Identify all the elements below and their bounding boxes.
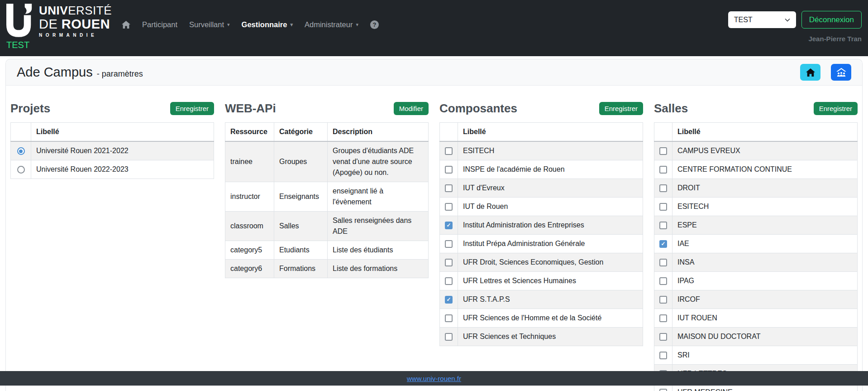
salle-checkbox[interactable] xyxy=(659,259,667,266)
salle-checkbox[interactable] xyxy=(659,147,667,155)
university-website-link[interactable]: www.univ-rouen.fr xyxy=(407,375,461,382)
salle-checkbox[interactable] xyxy=(659,222,667,229)
navbar: UNIVERSITÉ DE ROUEN NORMANDIE TEST Parti… xyxy=(0,0,868,56)
composante-label: IUT d'Evreux xyxy=(458,179,643,198)
composante-label: UFR Droit, Sciences Economiques, Gestion xyxy=(458,253,643,272)
salle-checkbox[interactable] xyxy=(659,184,667,192)
table-row: INSA xyxy=(654,253,858,272)
logout-button[interactable]: Déconnexion xyxy=(801,11,862,29)
salle-checkbox[interactable] xyxy=(659,166,667,174)
composante-checkbox[interactable] xyxy=(445,166,453,174)
composante-checkbox[interactable] xyxy=(445,203,453,211)
salle-label: ESITECH xyxy=(672,198,858,216)
chevron-down-icon xyxy=(785,18,790,22)
select-cell xyxy=(654,216,672,235)
select-cell xyxy=(440,328,458,346)
environment-select[interactable]: TEST xyxy=(728,11,796,28)
user-name: Jean-Pierre Tran xyxy=(808,35,862,43)
nav-links: ParticipantSurveillant▾Gestionnaire▾Admi… xyxy=(122,4,379,45)
save-projets-button[interactable]: Enregistrer xyxy=(170,102,214,115)
save-composantes-button[interactable]: Enregistrer xyxy=(599,102,643,115)
caret-down-icon: ▾ xyxy=(227,22,230,28)
campus-icon xyxy=(836,68,847,77)
select-column-header xyxy=(654,123,672,142)
composante-label: Institut Prépa Administration Générale xyxy=(458,235,643,253)
environment-select-value: TEST xyxy=(734,16,753,24)
select-cell xyxy=(654,198,672,216)
nav-item-participant[interactable]: Participant xyxy=(142,20,177,29)
composante-checkbox[interactable] xyxy=(445,240,453,248)
composante-checkbox[interactable] xyxy=(445,184,453,192)
salle-checkbox[interactable] xyxy=(659,203,667,211)
select-cell xyxy=(654,160,672,179)
table-row: category6FormationsListe des formations xyxy=(225,260,429,278)
resource-cell: trainee xyxy=(225,141,274,182)
category-cell: Formations xyxy=(274,260,328,278)
column-header: Ressource xyxy=(225,123,274,142)
salle-checkbox[interactable] xyxy=(659,314,667,322)
environment-badge: TEST xyxy=(6,40,29,50)
column-header: Description xyxy=(328,123,429,142)
salle-checkbox[interactable] xyxy=(659,352,667,359)
project-label: Université Rouen 2022-2023 xyxy=(31,160,214,179)
table-row: category5EtudiantsListe des étudiants xyxy=(225,241,429,260)
project-radio[interactable] xyxy=(17,166,25,174)
nav-item-label: Administrateur xyxy=(305,20,353,29)
select-column-header xyxy=(440,123,458,142)
resource-cell: category6 xyxy=(225,260,274,278)
salle-checkbox[interactable] xyxy=(659,277,667,285)
select-cell xyxy=(654,346,672,365)
save-salles-button[interactable]: Enregistrer xyxy=(814,102,858,115)
table-row: ESPE xyxy=(654,216,858,235)
section-webapi: WEB-APi Modifier Ressource Catégorie Des… xyxy=(225,101,429,391)
composante-checkbox[interactable] xyxy=(445,259,453,266)
projets-table: Libellé Université Rouen 2021-2022Univer… xyxy=(10,122,214,179)
nav-item-gestionnaire[interactable]: Gestionnaire▾ xyxy=(242,20,293,29)
logo-text: UNIVERSITÉ DE ROUEN NORMANDIE xyxy=(39,5,112,38)
composante-checkbox[interactable] xyxy=(445,277,453,285)
description-cell: Liste des formations xyxy=(328,260,429,278)
select-cell xyxy=(440,141,458,160)
select-cell xyxy=(440,235,458,253)
description-cell: Salles renseignées dans ADE xyxy=(328,212,429,241)
table-row: instructorEnseignantsenseignant lié à l'… xyxy=(225,182,429,212)
composante-checkbox[interactable] xyxy=(445,333,453,341)
category-cell: Groupes xyxy=(274,141,328,182)
project-radio[interactable] xyxy=(17,147,25,155)
campus-button[interactable] xyxy=(831,64,851,81)
select-cell xyxy=(440,253,458,272)
help-icon[interactable]: ? xyxy=(370,20,379,29)
salle-checkbox[interactable] xyxy=(659,389,667,391)
nav-item-administrateur[interactable]: Administrateur▾ xyxy=(305,20,358,29)
table-row: Université Rouen 2022-2023 xyxy=(11,160,214,179)
salle-checkbox[interactable] xyxy=(659,296,667,304)
composante-checkbox[interactable] xyxy=(445,147,453,155)
salle-checkbox[interactable] xyxy=(659,333,667,341)
composante-checkbox[interactable]: ✓ xyxy=(445,222,453,229)
table-row: ✓Institut Administration des Entreprises xyxy=(440,216,643,235)
section-title: Salles xyxy=(654,101,688,116)
table-row: IUT d'Evreux xyxy=(440,179,643,198)
home-button[interactable] xyxy=(800,64,820,81)
table-row: ESITECH xyxy=(654,198,858,216)
select-cell xyxy=(654,328,672,346)
salle-label: SRI xyxy=(672,346,858,365)
table-row: IPAG xyxy=(654,272,858,290)
table-row: UFR Sciences et Techniques xyxy=(440,328,643,346)
select-cell xyxy=(654,272,672,290)
description-cell: Groupes d'étudiants ADE venat d'une autr… xyxy=(328,141,429,182)
nav-item-surveillant[interactable]: Surveillant▾ xyxy=(189,20,230,29)
home-nav-icon[interactable] xyxy=(122,21,130,29)
select-cell xyxy=(654,179,672,198)
salle-label: ESPE xyxy=(672,216,858,235)
resource-cell: instructor xyxy=(225,182,274,212)
modify-webapi-button[interactable]: Modifier xyxy=(394,102,429,115)
composante-checkbox[interactable]: ✓ xyxy=(445,296,453,304)
page-header: Ade Campus - paramètres xyxy=(6,59,862,86)
settings-columns: Projets Enregistrer Libellé Université R… xyxy=(6,86,862,391)
table-row: IUT ROUEN xyxy=(654,309,858,328)
composante-checkbox[interactable] xyxy=(445,314,453,322)
resource-cell: category5 xyxy=(225,241,274,260)
salle-checkbox[interactable]: ✓ xyxy=(659,240,667,248)
table-row: CAMPUS EVREUX xyxy=(654,141,858,160)
